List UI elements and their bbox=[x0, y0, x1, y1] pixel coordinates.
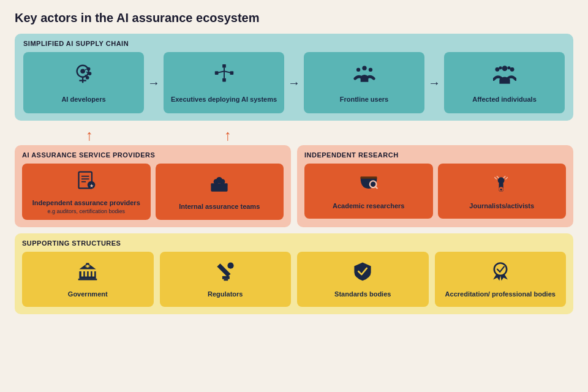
supporting-structures-section: SUPPORTING STRUCTURES Government bbox=[15, 233, 573, 314]
svg-line-39 bbox=[375, 187, 377, 189]
independent-research-row: Academic researchers ♥ Journalists/activ… bbox=[304, 164, 566, 219]
independent-assurance-icon: ★ bbox=[76, 170, 97, 195]
academic-icon bbox=[358, 173, 379, 198]
svg-rect-37 bbox=[360, 177, 377, 179]
svg-point-54 bbox=[227, 263, 233, 269]
academic-label: Academic researchers bbox=[333, 202, 404, 210]
supply-card-affected: Affected individuals bbox=[444, 52, 565, 113]
svg-rect-55 bbox=[222, 276, 230, 279]
svg-point-19 bbox=[356, 68, 360, 72]
journalists-icon: ♥ bbox=[491, 173, 512, 198]
svg-rect-56 bbox=[224, 279, 228, 281]
actor-card-journalists: ♥ Journalists/activists bbox=[438, 164, 567, 219]
support-card-standards: Standards bodies bbox=[297, 252, 429, 307]
supply-card-ai-developers: AI developers bbox=[23, 52, 144, 113]
journalists-label: Journalists/activists bbox=[469, 202, 534, 210]
svg-point-21 bbox=[502, 66, 507, 71]
arrow-3: → bbox=[428, 76, 440, 90]
svg-point-57 bbox=[494, 263, 507, 276]
svg-rect-51 bbox=[78, 279, 97, 281]
support-card-regulators: Regulators bbox=[160, 252, 292, 307]
support-card-accreditation: Accreditation/ professional bodies bbox=[435, 252, 567, 307]
svg-line-5 bbox=[85, 69, 86, 70]
accreditation-label: Accreditation/ professional bodies bbox=[445, 290, 556, 298]
support-row: Government Regulators Standards bodi bbox=[22, 252, 566, 307]
svg-point-35 bbox=[216, 177, 222, 183]
svg-rect-10 bbox=[222, 64, 226, 68]
regulators-label: Regulators bbox=[208, 290, 243, 298]
supply-card-executives-label: Executives deploying AI systems bbox=[171, 95, 277, 104]
assurance-providers-section: AI ASSURANCE SERVICE PROVIDERS ★ Indepen… bbox=[15, 145, 291, 227]
svg-rect-45 bbox=[81, 270, 83, 277]
supply-card-executives: Executives deploying AI systems bbox=[164, 52, 284, 113]
assurance-providers-label: AI ASSURANCE SERVICE PROVIDERS bbox=[22, 151, 284, 159]
government-icon bbox=[77, 261, 98, 286]
svg-point-23 bbox=[510, 67, 514, 72]
arrow-2: → bbox=[288, 76, 300, 90]
svg-point-8 bbox=[85, 76, 89, 80]
svg-rect-32 bbox=[211, 184, 228, 192]
internal-assurance-icon bbox=[209, 173, 230, 198]
svg-point-4 bbox=[86, 67, 90, 70]
svg-point-24 bbox=[499, 66, 502, 69]
up-arrow-1: ↑ bbox=[86, 127, 93, 144]
arrow-1: → bbox=[148, 76, 160, 90]
regulators-icon bbox=[215, 261, 236, 286]
svg-point-18 bbox=[362, 66, 366, 70]
standards-icon bbox=[352, 261, 373, 286]
svg-text:★: ★ bbox=[89, 183, 93, 189]
independent-research-section: INDEPENDENT RESEARCH Academic researcher… bbox=[297, 145, 573, 227]
ai-developer-icon bbox=[72, 63, 96, 91]
accreditation-icon bbox=[490, 261, 511, 286]
supply-card-frontline-label: Frontline users bbox=[340, 95, 388, 104]
svg-line-9 bbox=[85, 75, 85, 77]
svg-point-25 bbox=[507, 66, 510, 69]
svg-point-20 bbox=[368, 68, 372, 72]
supporting-structures-label: SUPPORTING STRUCTURES bbox=[22, 239, 566, 247]
independent-assurance-label: Independent assurance providers bbox=[32, 198, 140, 207]
svg-point-22 bbox=[495, 67, 499, 72]
svg-point-1 bbox=[80, 69, 85, 74]
affected-icon bbox=[493, 63, 516, 91]
executives-icon bbox=[213, 63, 236, 91]
svg-point-53 bbox=[86, 265, 89, 268]
support-card-government: Government bbox=[22, 252, 154, 307]
frontline-icon bbox=[353, 63, 376, 91]
supply-card-frontline: Frontline users bbox=[304, 52, 424, 113]
svg-line-7 bbox=[86, 72, 88, 73]
independent-assurance-sublabel: e.g auditors, certification bodies bbox=[47, 208, 125, 215]
independent-research-label: INDEPENDENT RESEARCH bbox=[304, 151, 566, 159]
svg-rect-47 bbox=[89, 270, 91, 277]
page-title: Key actors in the AI assurance ecosystem bbox=[15, 11, 573, 25]
internal-assurance-label: Internal assurance teams bbox=[179, 202, 260, 211]
up-arrow-2: ↑ bbox=[224, 127, 232, 144]
actor-card-independent-assurance: ★ Independent assurance providers e.g au… bbox=[22, 164, 151, 220]
actor-card-internal-assurance: Internal assurance teams bbox=[156, 164, 284, 220]
svg-rect-13 bbox=[222, 78, 226, 82]
svg-rect-48 bbox=[92, 270, 94, 277]
actor-card-academic: Academic researchers bbox=[304, 164, 433, 219]
supply-card-affected-label: Affected individuals bbox=[472, 95, 537, 104]
svg-rect-36 bbox=[211, 184, 228, 186]
svg-text:♥: ♥ bbox=[500, 187, 502, 192]
svg-point-6 bbox=[88, 72, 91, 75]
middle-row: AI ASSURANCE SERVICE PROVIDERS ★ Indepen… bbox=[15, 145, 573, 227]
supply-chain-row: AI developers → Executives deploying AI … bbox=[23, 52, 565, 113]
svg-rect-46 bbox=[85, 270, 87, 277]
supply-chain-label: SIMPLIFIED AI SUPPLY CHAIN bbox=[23, 40, 565, 47]
standards-label: Standards bodies bbox=[334, 290, 391, 298]
assurance-providers-row: ★ Independent assurance providers e.g au… bbox=[22, 164, 284, 220]
government-label: Government bbox=[68, 290, 108, 298]
supply-chain-section: SIMPLIFIED AI SUPPLY CHAIN AI deve bbox=[15, 34, 573, 121]
supply-card-ai-developers-label: AI developers bbox=[61, 95, 105, 104]
